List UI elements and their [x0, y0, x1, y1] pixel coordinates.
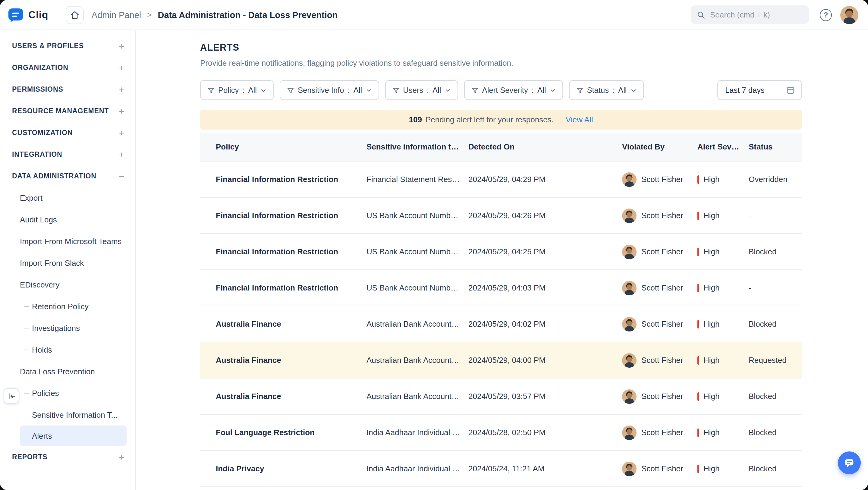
violator-avatar	[622, 353, 637, 367]
help-button[interactable]: ?	[820, 9, 832, 21]
sidebar-item[interactable]: REPORTS +	[0, 446, 135, 468]
app-window: Cliq Admin Panel > Data Administration -…	[0, 0, 868, 490]
status-cell: Blocked	[749, 392, 796, 401]
expand-toggle-icon[interactable]: +	[119, 128, 124, 137]
expand-toggle-icon[interactable]: +	[119, 150, 124, 159]
violator-name: Scott Fisher	[641, 464, 683, 473]
sidebar-item[interactable]: Alerts	[20, 426, 127, 446]
alert-row[interactable]: Australia Finance Australian Bank Accoun…	[200, 342, 802, 378]
severity-label: High	[704, 392, 720, 401]
violated-by-cell: Scott Fisher	[622, 353, 698, 367]
sidebar-item[interactable]: Audit Logs	[0, 209, 135, 230]
avatar-photo-icon	[622, 461, 637, 476]
sidebar-item[interactable]: Import From Microsoft Teams	[0, 230, 135, 252]
view-all-link[interactable]: View All	[566, 115, 593, 124]
app-name: Cliq	[28, 9, 48, 21]
filter-label: Policy	[218, 86, 239, 95]
sidebar-item-label: ORGANIZATION	[12, 64, 68, 71]
violated-by-cell: Scott Fisher	[622, 461, 698, 476]
expand-toggle-icon[interactable]: +	[119, 106, 124, 115]
funnel-icon	[287, 87, 294, 94]
status-cell: Blocked	[749, 247, 796, 256]
sidebar-item[interactable]: Retention Policy	[0, 295, 135, 317]
cliq-logo[interactable]: Cliq	[8, 7, 48, 23]
violator-name: Scott Fisher	[641, 247, 683, 256]
sidebar-item-label: CUSTOMIZATION	[12, 129, 73, 136]
severity-cell: High	[698, 175, 749, 184]
filter-chip[interactable]: Users : All	[385, 80, 458, 100]
avatar-photo-icon	[622, 281, 637, 295]
alerts-table: PolicySensitive information typ...Detect…	[200, 132, 802, 487]
collapse-sidebar-button[interactable]	[4, 388, 19, 404]
filter-chip[interactable]: Alert Severity : All	[464, 80, 563, 100]
funnel-icon	[576, 87, 583, 94]
sidebar-item-label: EDiscovery	[20, 280, 60, 289]
sidebar-item[interactable]: Data Loss Prevention	[0, 360, 135, 382]
alert-row[interactable]: Financial Information Restriction US Ban…	[200, 270, 802, 306]
sidebar-item[interactable]: Sensitive Information T...	[0, 404, 135, 426]
alert-row[interactable]: Financial Information Restriction US Ban…	[200, 198, 802, 234]
global-search[interactable]	[691, 5, 809, 24]
sidebar-item[interactable]: CUSTOMIZATION +	[0, 122, 135, 144]
sidebar-item[interactable]: RESOURCE MANAGEMENT +	[0, 100, 135, 122]
expand-toggle-icon[interactable]: +	[119, 85, 124, 94]
detected-on-cell: 2024/05/29, 04:00 PM	[468, 356, 622, 365]
alert-row[interactable]: Financial Information Restriction Financ…	[200, 161, 802, 198]
severity-indicator-icon	[698, 211, 699, 220]
sidebar-item[interactable]: EDiscovery	[0, 274, 135, 295]
chat-widget-button[interactable]	[838, 452, 861, 474]
detected-on-cell: 2024/05/29, 03:57 PM	[468, 392, 622, 401]
date-range-picker[interactable]: Last 7 days	[717, 80, 802, 100]
policy-cell: Financial Information Restriction	[216, 211, 367, 220]
column-header: Alert Sever...	[698, 142, 749, 151]
chevron-down-icon	[366, 87, 372, 93]
sidebar-item-label: PERMISSIONS	[12, 86, 63, 93]
filter-chip[interactable]: Status : All	[569, 80, 644, 100]
filter-value: All	[433, 86, 441, 95]
alert-row[interactable]: Australia Finance Australian Bank Accoun…	[200, 306, 802, 342]
expand-toggle-icon[interactable]: +	[119, 41, 124, 50]
filter-chip[interactable]: Sensitive Info : All	[280, 80, 379, 100]
column-header: Detected On	[468, 142, 622, 151]
violator-avatar	[622, 425, 637, 440]
sidebar-item[interactable]: Investigations	[0, 317, 135, 339]
filter-label: Status	[587, 86, 609, 95]
filter-chip[interactable]: Policy : All	[200, 80, 274, 100]
sidebar-item-label: REPORTS	[12, 453, 48, 460]
sidebar-item[interactable]: Import From Slack	[0, 252, 135, 274]
sidebar-item[interactable]: Export	[0, 187, 135, 209]
filter-value: All	[618, 86, 627, 95]
sidebar-nav: USERS & PROFILES + ORGANIZATION + PERMIS…	[0, 35, 135, 468]
user-avatar[interactable]	[840, 6, 858, 24]
status-cell: Requested	[749, 356, 796, 365]
search-input[interactable]	[710, 10, 803, 19]
sidebar-item-label: Data Loss Prevention	[20, 367, 95, 376]
sidebar-item[interactable]: PERMISSIONS +	[0, 78, 135, 100]
sidebar-item[interactable]: USERS & PROFILES +	[0, 35, 135, 57]
sidebar-item-label: Holds	[32, 345, 52, 354]
expand-toggle-icon[interactable]: −	[119, 172, 124, 181]
sidebar-item-label: Audit Logs	[20, 215, 57, 224]
detected-on-cell: 2024/05/28, 02:50 PM	[468, 428, 622, 437]
violator-avatar	[622, 461, 637, 476]
tree-dash-icon	[24, 435, 29, 436]
sidebar-item[interactable]: INTEGRATION +	[0, 144, 135, 165]
sidebar-item[interactable]: DATA ADMINISTRATION −	[0, 165, 135, 187]
funnel-icon	[207, 87, 215, 94]
sidebar-item[interactable]: ORGANIZATION +	[0, 57, 135, 78]
sidebar-item[interactable]: Policies	[0, 382, 135, 404]
breadcrumb-root[interactable]: Admin Panel	[92, 10, 141, 20]
avatar-photo-icon	[622, 317, 637, 331]
alert-row[interactable]: Foul Language Restriction India Aadhaar …	[200, 415, 802, 451]
alert-row[interactable]: India Privacy India Aadhaar Individual I…	[200, 451, 802, 487]
alert-row[interactable]: Australia Finance Australian Bank Accoun…	[200, 378, 802, 415]
alert-row[interactable]: Financial Information Restriction US Ban…	[200, 234, 802, 270]
violator-name: Scott Fisher	[641, 211, 683, 220]
home-button[interactable]	[66, 6, 84, 24]
expand-toggle-icon[interactable]: +	[119, 63, 124, 72]
severity-label: High	[704, 356, 720, 365]
violator-avatar	[622, 389, 637, 403]
expand-toggle-icon[interactable]: +	[119, 452, 124, 461]
filter-separator: :	[242, 86, 244, 95]
sidebar-item[interactable]: Holds	[0, 339, 135, 360]
